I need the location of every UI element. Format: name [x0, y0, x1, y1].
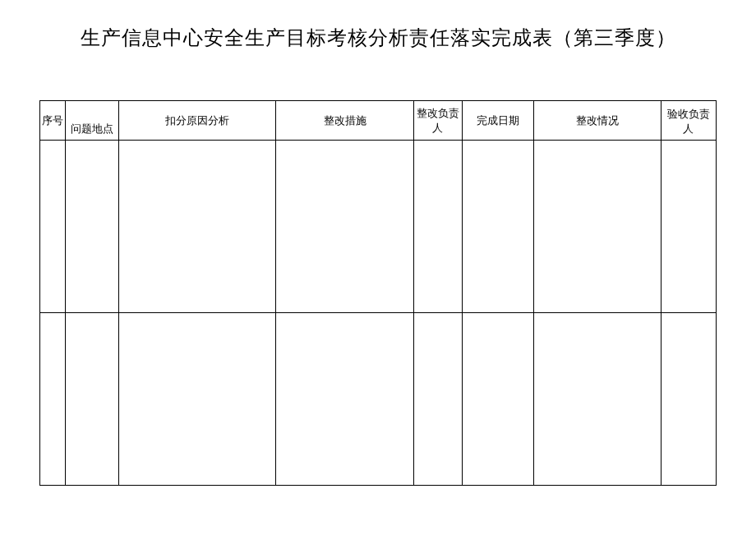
assessment-table: 序号 问题地点 扣分原因分析 整改措施 整改负责人 完成日期 整改情况 验收负责… [39, 100, 717, 486]
header-person: 整改负责人 [414, 101, 462, 141]
header-acceptor: 验收负责人 [661, 101, 716, 141]
cell-date [462, 141, 533, 313]
cell-location [66, 141, 119, 313]
cell-date [462, 313, 533, 486]
cell-status [533, 313, 661, 486]
cell-reason [119, 141, 276, 313]
cell-status [533, 141, 661, 313]
cell-seq [40, 313, 66, 486]
table-row [40, 141, 717, 313]
cell-person [414, 141, 462, 313]
header-measure: 整改措施 [276, 101, 414, 141]
table-header-row: 序号 问题地点 扣分原因分析 整改措施 整改负责人 完成日期 整改情况 验收负责… [40, 101, 717, 141]
cell-acceptor [661, 141, 716, 313]
header-seq: 序号 [40, 101, 66, 141]
table-row [40, 313, 717, 486]
header-status: 整改情况 [533, 101, 661, 141]
cell-reason [119, 313, 276, 486]
cell-measure [276, 141, 414, 313]
header-location: 问题地点 [66, 101, 119, 141]
cell-acceptor [661, 313, 716, 486]
cell-location [66, 313, 119, 486]
cell-seq [40, 141, 66, 313]
cell-measure [276, 313, 414, 486]
header-reason: 扣分原因分析 [119, 101, 276, 141]
page-title: 生产信息中心安全生产目标考核分析责任落实完成表（第三季度） [39, 25, 717, 51]
cell-person [414, 313, 462, 486]
header-date: 完成日期 [462, 101, 533, 141]
